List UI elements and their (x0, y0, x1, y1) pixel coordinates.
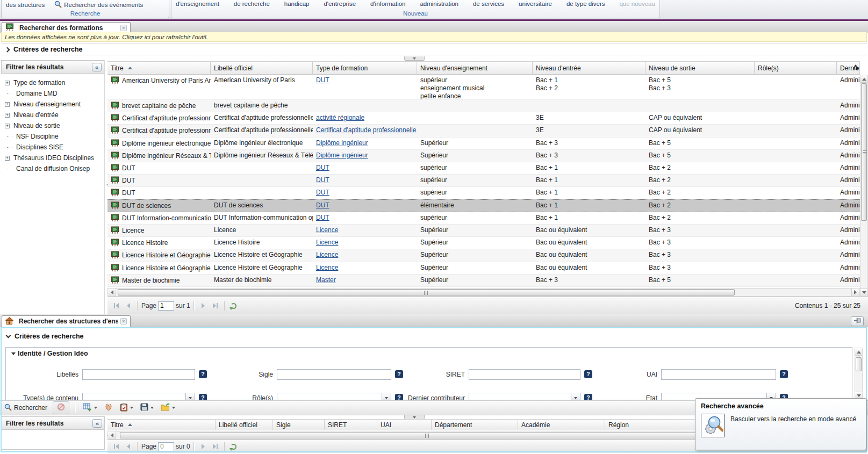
scrollbar-thumb[interactable] (120, 432, 735, 438)
column-header-libell-officiel[interactable]: Libellé officiel (216, 419, 273, 430)
type-de-formation-link[interactable]: Certificat d'aptitude professionnelle ..… (316, 126, 417, 134)
ribbon-item-administration[interactable]: administration (420, 1, 458, 7)
type-de-formation-link[interactable]: DUT (316, 214, 329, 221)
close-icon[interactable]: × (120, 318, 127, 325)
type-de-formation-link[interactable]: DUT (316, 176, 329, 184)
first-page-button[interactable] (111, 442, 121, 451)
export-button[interactable] (159, 402, 177, 414)
column-header-type-de-formation[interactable]: Type de formation (313, 61, 417, 75)
ribbon-item-de-recherche[interactable]: de recherche (234, 1, 270, 7)
column-header-niveau-d-entr-e[interactable]: Niveau d'entrée (533, 61, 645, 75)
type-de-formation-link[interactable]: Master (316, 276, 336, 284)
column-header-titre[interactable]: Titre (107, 419, 216, 430)
tree-item-niveau-d-entr-e[interactable]: +Niveau d'entrée (1, 110, 104, 120)
dernier-contributeur-combo[interactable] (469, 393, 580, 400)
libell-s-input[interactable] (82, 369, 195, 380)
scroll-down-icon[interactable] (860, 289, 867, 296)
table-row[interactable]: Licence Histoire et GéographieLicence Hi… (107, 262, 860, 275)
refresh-button[interactable] (228, 301, 239, 311)
type-de-formation-link[interactable]: Licence (316, 264, 338, 271)
prev-page-button[interactable] (123, 442, 134, 451)
ribbon-item-rechercher-des-v-nements[interactable]: Rechercher des événements (54, 1, 143, 9)
form-vertical-scrollbar[interactable] (855, 348, 863, 400)
tree-item-canal-de-diffusion-onisep[interactable]: Canal de diffusion Onisep (1, 163, 104, 174)
criteria-header-formations[interactable]: Critères de recherche (1, 43, 867, 55)
next-page-button[interactable] (198, 442, 209, 451)
shell-button[interactable] (103, 402, 114, 414)
save-button[interactable] (139, 402, 155, 414)
scrollbar-thumb[interactable] (861, 83, 867, 221)
ribbon-item-de-type-divers[interactable]: de type divers (566, 1, 605, 7)
ribbon-item-d-enseignement[interactable]: d'enseignement (176, 1, 219, 7)
table-row[interactable]: Diplôme ingénieur électroniqueDiplôme in… (107, 138, 860, 150)
type-de-formation-link[interactable]: Licence (316, 251, 338, 258)
scroll-up-icon[interactable] (860, 75, 867, 83)
tree-item-th-saurus-ideo-disciplines[interactable]: +Thésaurus IDEO Disciplines (1, 153, 104, 163)
type-de-formation-link[interactable]: activité régionale (316, 114, 364, 121)
type-de-formation-link[interactable]: Licence (316, 226, 338, 234)
refresh-button[interactable] (228, 442, 239, 451)
scroll-left-icon[interactable] (108, 431, 116, 439)
column-header-sigle[interactable]: Sigle (273, 419, 325, 430)
tree-item-niveau-de-sortie[interactable]: +Niveau de sortie (1, 120, 104, 131)
table-row[interactable]: Certificat d'aptitude professionn...Cert… (107, 112, 860, 125)
column-header-r-le-s[interactable]: Rôle(s) (755, 61, 837, 75)
tree-item-disciplines-sise[interactable]: Disciplines SISE (1, 142, 104, 153)
table-row[interactable]: brevet capitaine de pêchebrevet capitain… (107, 100, 860, 112)
scrollbar-thumb[interactable] (856, 357, 862, 371)
column-header-acad-mie[interactable]: Académie (518, 419, 605, 430)
cancel-button[interactable] (53, 401, 69, 414)
prev-page-button[interactable] (123, 301, 134, 311)
type-de-formation-link[interactable]: DUT (316, 189, 329, 196)
ribbon-item-universitaire[interactable]: universitaire (519, 1, 552, 7)
table-row[interactable]: DUT de sciencesDUT de sciencesDUTélément… (107, 199, 860, 212)
expand-icon[interactable]: + (5, 124, 10, 128)
pin-button[interactable] (851, 316, 864, 326)
collapse-left-button[interactable]: « (92, 63, 102, 71)
column-header-uai[interactable]: UAI (377, 419, 432, 430)
tree-item-type-de-formation[interactable]: +Type de formation (1, 77, 104, 88)
ribbon-item-handicap[interactable]: handicap (284, 1, 310, 7)
table-row[interactable]: Master de biochimieMaster de biochimieMa… (107, 275, 860, 287)
type-de-formation-link[interactable]: DUT (316, 164, 329, 171)
ribbon-item-des-structures[interactable]: des structures (6, 2, 45, 8)
table-row[interactable]: Diplôme ingénieur Réseaux & Tél...Diplôm… (107, 150, 860, 162)
ribbon-item-de-services[interactable]: de services (473, 1, 504, 7)
table-row[interactable]: Licence HistoireLicence HistoireLicenceS… (107, 237, 860, 249)
column-header-niveau-de-sortie[interactable]: Niveau de sortie (645, 61, 755, 75)
column-header-dernier[interactable]: DernierA-Z (837, 61, 860, 75)
help-icon[interactable]: ? (780, 370, 788, 378)
type-de-formation-link[interactable]: Diplôme ingénieur (316, 139, 368, 147)
uai-input[interactable] (661, 369, 776, 380)
search-button[interactable]: Rechercher (3, 402, 49, 414)
stale-data-notice[interactable]: Les données affichées ne sont plus à jou… (1, 32, 867, 42)
fieldset-legend[interactable]: Identité / Gestion Idéo (11, 350, 88, 357)
tasks-button[interactable] (118, 402, 135, 414)
scroll-right-icon[interactable] (851, 289, 859, 296)
column-header-siret[interactable]: SIRET (325, 419, 377, 430)
scrollbar-thumb[interactable] (118, 289, 735, 296)
first-page-button[interactable] (111, 301, 121, 311)
vertical-scrollbar[interactable] (860, 75, 868, 297)
grid-columns-button[interactable] (81, 402, 99, 414)
scroll-left-icon[interactable] (108, 289, 116, 296)
type-de-formation-link[interactable]: DUT (316, 76, 329, 84)
type-de-formation-link[interactable]: DUT (316, 201, 329, 209)
expand-icon[interactable]: + (5, 102, 10, 107)
type-de-formation-link[interactable]: Licence (316, 239, 338, 246)
type-de-formation-link[interactable]: Diplôme ingénieur (316, 152, 368, 159)
tree-item-niveau-d-enseignement[interactable]: +Niveau d'enseignement (1, 99, 104, 110)
horizontal-scrollbar[interactable] (107, 288, 860, 297)
table-row[interactable]: Certificat d'aptitude professionn...Cert… (107, 125, 860, 138)
expand-icon[interactable]: + (5, 156, 10, 161)
table-row[interactable]: DUTDUTsupérieurBac + 1Bac + 2Admini (107, 162, 860, 175)
scroll-up-icon[interactable] (855, 348, 862, 356)
table-row[interactable]: American University of Paris Ame...Ameri… (107, 75, 860, 100)
column-header-titre[interactable]: Titre (107, 61, 211, 75)
table-row[interactable]: DUTDUTsupérieurBac + 1Bac + 2Admini (107, 175, 860, 187)
page-number-input[interactable] (158, 301, 174, 311)
collapse-left-button[interactable]: « (92, 419, 102, 428)
expand-icon[interactable]: + (5, 81, 10, 85)
last-page-button[interactable] (210, 301, 221, 311)
collapse-handle[interactable] (404, 56, 425, 61)
